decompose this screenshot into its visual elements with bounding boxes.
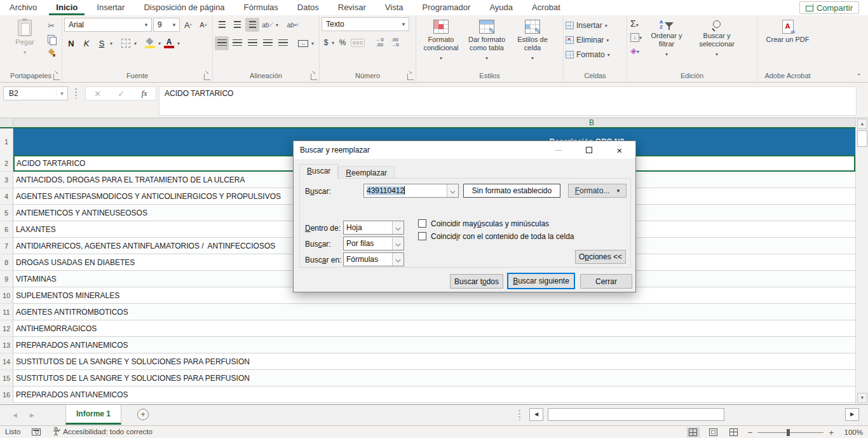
zoom-slider-thumb[interactable]: [787, 429, 790, 436]
cell-B15[interactable]: SUSTITUTOS DE LA SANGRE Y SOLUCIONES PAR…: [13, 370, 855, 387]
scroll-down-icon[interactable]: ▼: [857, 393, 867, 403]
sheet-next-icon[interactable]: ▶: [30, 412, 34, 418]
ribbon-tab-disposición-de-página[interactable]: Disposición de página: [137, 1, 231, 15]
formula-input[interactable]: ACIDO TARTARICO: [159, 86, 857, 116]
vertical-scroll-thumb[interactable]: [857, 130, 867, 147]
enter-icon[interactable]: ✓: [118, 89, 125, 99]
fill-button[interactable]: ↓▾: [630, 32, 642, 42]
underline-button[interactable]: S: [95, 36, 109, 50]
row-header-16[interactable]: 16: [0, 387, 13, 403]
ribbon-tab-datos[interactable]: Datos: [290, 1, 326, 15]
number-dialog-launcher[interactable]: [407, 74, 414, 80]
close-button[interactable]: Cerrar: [580, 274, 632, 289]
match-entire-checkbox[interactable]: [418, 232, 426, 240]
cancel-icon[interactable]: ✕: [94, 89, 101, 99]
row-header-1[interactable]: 1: [0, 128, 13, 155]
name-box[interactable]: B2 ▼: [3, 86, 68, 100]
sheet-tab-informe1[interactable]: Informe 1: [65, 405, 121, 425]
view-normal-button[interactable]: [687, 427, 700, 437]
find-all-button[interactable]: Buscar todos: [450, 274, 503, 289]
clipboard-dialog-launcher[interactable]: [53, 74, 60, 80]
decrease-font-button[interactable]: A˅: [196, 18, 210, 32]
share-button[interactable]: Compartir: [799, 1, 859, 14]
wrap-text-button[interactable]: ab↵: [286, 18, 300, 32]
find-select-button[interactable]: Buscar y seleccionar ▾: [689, 17, 745, 58]
formula-bar-splitter[interactable]: [75, 88, 77, 99]
dialog-close-button[interactable]: ×: [609, 141, 630, 159]
hscroll-left-icon[interactable]: ◀: [529, 408, 543, 421]
search-order-dropdown-icon[interactable]: [392, 237, 403, 250]
orientation-button[interactable]: ab⟋: [261, 18, 275, 32]
ribbon-tab-archivo[interactable]: Archivo: [3, 1, 44, 15]
cell-B12[interactable]: ANTIHEMORRAGICOS: [13, 320, 855, 337]
find-what-input[interactable]: 439110412: [363, 184, 459, 198]
cell-B11[interactable]: AGENTES ANTITROMBOTICOS: [13, 304, 855, 320]
new-sheet-button[interactable]: +: [137, 409, 149, 420]
tab-buscar[interactable]: Buscar: [299, 164, 338, 179]
look-in-dropdown-icon[interactable]: [392, 253, 403, 266]
row-header-15[interactable]: 15: [0, 370, 13, 387]
percent-button[interactable]: %: [336, 36, 349, 50]
row-header-10[interactable]: 10: [0, 287, 13, 304]
vertical-scrollbar[interactable]: ▲ ▼: [855, 118, 868, 404]
ribbon-tab-vista[interactable]: Vista: [378, 1, 410, 15]
borders-button[interactable]: [119, 36, 133, 50]
currency-button[interactable]: $: [322, 36, 330, 50]
dialog-maximize-button[interactable]: [578, 141, 600, 159]
find-next-button[interactable]: Buscar siguiente: [507, 273, 575, 289]
format-painter-button[interactable]: [48, 49, 56, 57]
ribbon-tab-ayuda[interactable]: Ayuda: [482, 1, 520, 15]
row-header-9[interactable]: 9: [0, 271, 13, 287]
view-page-break-button[interactable]: [728, 427, 740, 437]
font-color-button[interactable]: A: [162, 36, 176, 50]
ribbon-tab-acrobat[interactable]: Acrobat: [525, 1, 567, 15]
sheet-prev-icon[interactable]: ◀: [13, 412, 17, 418]
row-header-8[interactable]: 8: [0, 254, 13, 271]
format-button[interactable]: Formato... ▼: [568, 184, 627, 198]
row-header-3[interactable]: 3: [0, 172, 13, 188]
insert-cells-button[interactable]: Insertar ▾: [566, 19, 607, 32]
zoom-slider[interactable]: [757, 432, 824, 433]
cell-B13[interactable]: PREPARADOS ANTIANEMICOS: [13, 337, 855, 353]
format-cells-button[interactable]: Formato ▾: [566, 48, 610, 61]
row-header-5[interactable]: 5: [0, 205, 13, 221]
ribbon-tab-inicio[interactable]: Inicio: [49, 1, 85, 15]
grid-row-11[interactable]: 11AGENTES ANTITROMBOTICOS: [0, 304, 855, 320]
ribbon-tab-insertar[interactable]: Insertar: [90, 1, 132, 15]
macro-record-icon[interactable]: [32, 428, 41, 435]
ribbon-tab-programador[interactable]: Programador: [416, 1, 478, 15]
select-all-corner[interactable]: [0, 118, 13, 128]
align-bottom-button[interactable]: [245, 18, 259, 32]
grid-row-14[interactable]: 14SUSTITUTOS DE LA SANGRE Y SOLUCIONES P…: [0, 353, 855, 370]
ribbon-tab-fórmulas[interactable]: Fórmulas: [237, 1, 285, 15]
grid-row-16[interactable]: 16PREPARADOS ANTIANEMICOS: [0, 387, 855, 403]
search-order-combo[interactable]: Por filas: [343, 236, 404, 250]
align-left-button[interactable]: [215, 36, 229, 50]
view-page-layout-button[interactable]: [707, 427, 720, 437]
align-middle-button[interactable]: [230, 18, 244, 32]
ribbon-tab-revisar[interactable]: Revisar: [331, 1, 373, 15]
italic-button[interactable]: K: [79, 36, 93, 50]
match-case-checkbox[interactable]: [418, 219, 426, 228]
row-header-13[interactable]: 13: [0, 337, 13, 353]
autosum-button[interactable]: Σ▾: [630, 18, 642, 29]
options-button[interactable]: Opciones <<: [575, 250, 626, 264]
font-size-combo[interactable]: 9 ▾: [153, 18, 180, 32]
clear-button[interactable]: ◈▾: [630, 46, 642, 55]
number-format-combo[interactable]: Texto ▾: [322, 17, 409, 31]
increase-font-button[interactable]: A^: [181, 18, 195, 32]
tab-scroll-splitter[interactable]: [519, 410, 520, 420]
find-what-dropdown-icon[interactable]: [447, 184, 458, 197]
decrease-indent-button[interactable]: [261, 36, 275, 50]
column-header-strip[interactable]: B: [13, 118, 855, 128]
fill-color-button[interactable]: [143, 36, 157, 50]
zoom-level[interactable]: 100%: [841, 428, 863, 436]
zoom-out-button[interactable]: −: [748, 428, 753, 437]
zoom-in-button[interactable]: +: [829, 428, 834, 437]
conditional-formatting-button[interactable]: Formato condicional ▾: [418, 17, 464, 62]
align-top-button[interactable]: [215, 18, 229, 32]
row-header-11[interactable]: 11: [0, 304, 13, 320]
alignment-dialog-launcher[interactable]: [311, 74, 317, 80]
merge-center-button[interactable]: ↔: [296, 36, 310, 50]
row-header-2[interactable]: 2: [0, 155, 13, 172]
